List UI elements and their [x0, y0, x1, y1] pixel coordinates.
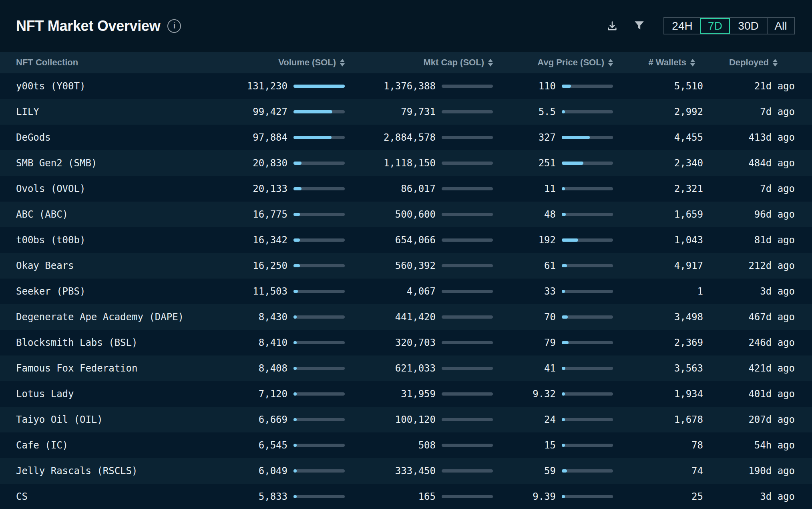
table-row[interactable]: Lotus Lady 7,120 31,959 9.32 1,934 401d …: [0, 381, 812, 407]
wallets-value: 2,321: [613, 183, 703, 194]
table-row[interactable]: Famous Fox Federation 8,408 621,033 41 3…: [0, 355, 812, 381]
table-row[interactable]: Cafe (IC) 6,545 508 15 78 54h ago: [0, 432, 812, 458]
column-header-volume-sol[interactable]: Volume (SOL): [192, 57, 345, 68]
column-header-label: Volume (SOL): [278, 57, 336, 68]
volume-value: 6,545: [259, 440, 287, 451]
volume-cell: 20,830: [192, 158, 345, 169]
volume-bar-fill: [293, 444, 297, 447]
table-row[interactable]: DeGods 97,884 2,884,578 327 4,455 413d a…: [0, 125, 812, 150]
mktcap-value: 1,376,388: [384, 81, 436, 92]
avgprice-bar-fill: [562, 110, 565, 113]
volume-bar: [293, 495, 345, 498]
volume-value: 16,775: [253, 209, 287, 220]
avgprice-bar-fill: [562, 367, 565, 370]
download-button[interactable]: [607, 20, 618, 32]
volume-bar: [293, 341, 345, 344]
mktcap-value: 654,066: [395, 234, 436, 246]
table-row[interactable]: Taiyo Oil (OIL) 6,669 100,120 24 1,678 2…: [0, 407, 812, 432]
volume-cell: 7,120: [192, 388, 345, 400]
time-filter-all[interactable]: All: [767, 18, 794, 34]
table-row[interactable]: t00bs (t00b) 16,342 654,066 192 1,043 81…: [0, 227, 812, 253]
volume-value: 11,503: [253, 286, 287, 297]
mktcap-bar: [442, 315, 493, 319]
table-row[interactable]: CS 5,833 165 9.39 25 3d ago: [0, 484, 812, 509]
column-header-wallets[interactable]: # Wallets: [613, 57, 703, 68]
table-row[interactable]: y00ts (Y00T) 131,230 1,376,388 110 5,510…: [0, 73, 812, 99]
table-row[interactable]: Okay Bears 16,250 560,392 61 4,917 212d …: [0, 253, 812, 279]
mktcap-bar: [442, 85, 493, 88]
wallets-value: 2,369: [613, 337, 703, 348]
time-filter-30d[interactable]: 30D: [730, 18, 767, 34]
wallets-value: 1,934: [613, 388, 703, 400]
time-filter-24h[interactable]: 24H: [664, 18, 700, 34]
volume-bar-fill: [293, 264, 300, 267]
column-header-label: # Wallets: [648, 57, 686, 68]
column-header-avg-price-sol[interactable]: Avg Price (SOL): [493, 57, 613, 68]
table-row[interactable]: LILY 99,427 79,731 5.5 2,992 7d ago: [0, 99, 812, 125]
table-row[interactable]: Jelly Rascals (RSCLS) 6,049 333,450 59 7…: [0, 458, 812, 484]
column-header-mkt-cap-sol[interactable]: Mkt Cap (SOL): [345, 57, 493, 68]
mktcap-cell: 621,033: [345, 363, 493, 374]
deployed-value: 421d ago: [703, 363, 795, 374]
avgprice-bar-fill: [562, 495, 565, 498]
filter-button[interactable]: [634, 20, 645, 31]
mktcap-cell: 4,067: [345, 286, 493, 297]
volume-cell: 5,833: [192, 491, 345, 502]
avgprice-value: 5.5: [539, 106, 556, 117]
table-row[interactable]: ABC (ABC) 16,775 500,600 48 1,659 96d ag…: [0, 202, 812, 227]
table-row[interactable]: Seeker (PBS) 11,503 4,067 33 1 3d ago: [0, 279, 812, 304]
mktcap-value: 500,600: [395, 209, 436, 220]
page-title: NFT Market Overview: [16, 18, 160, 34]
avgprice-cell: 327: [493, 132, 613, 143]
avgprice-bar: [562, 136, 613, 139]
sort-arrows-icon: [488, 59, 493, 67]
wallets-value: 1,043: [613, 234, 703, 246]
avgprice-bar-fill: [562, 136, 590, 139]
avgprice-bar: [562, 213, 613, 216]
table-row[interactable]: Degenerate Ape Academy (DAPE) 8,430 441,…: [0, 304, 812, 330]
volume-value: 16,342: [253, 234, 287, 246]
wallets-value: 25: [613, 491, 703, 502]
volume-value: 97,884: [253, 132, 287, 143]
avgprice-bar-fill: [562, 264, 567, 267]
toolbar: 24H7D30DAll: [607, 17, 795, 34]
volume-bar: [293, 392, 345, 396]
download-icon: [607, 20, 618, 32]
volume-bar: [293, 264, 345, 267]
avgprice-cell: 11: [493, 183, 613, 194]
avgprice-value: 79: [544, 337, 556, 348]
wallets-value: 4,917: [613, 260, 703, 271]
mktcap-bar: [442, 290, 493, 293]
volume-value: 20,830: [253, 158, 287, 169]
avgprice-bar-fill: [562, 444, 565, 447]
mktcap-value: 2,884,578: [384, 132, 436, 143]
avgprice-cell: 5.5: [493, 106, 613, 117]
mktcap-value: 4,067: [407, 286, 436, 297]
avgprice-cell: 48: [493, 209, 613, 220]
collection-name: Ovols (OVOL): [16, 183, 192, 194]
table-row[interactable]: Blocksmith Labs (BSL) 8,410 320,703 79 2…: [0, 330, 812, 355]
avgprice-bar-fill: [562, 213, 566, 216]
mktcap-bar: [442, 418, 493, 421]
mktcap-value: 560,392: [395, 260, 436, 271]
volume-bar-fill: [293, 238, 300, 242]
volume-cell: 16,250: [192, 260, 345, 271]
avgprice-bar-fill: [562, 290, 565, 293]
mktcap-bar: [442, 110, 493, 113]
avgprice-bar-fill: [562, 315, 568, 319]
volume-bar: [293, 213, 345, 216]
volume-bar-fill: [293, 85, 345, 88]
table-row[interactable]: SMB Gen2 (SMB) 20,830 1,118,150 251 2,34…: [0, 150, 812, 176]
volume-cell: 99,427: [192, 106, 345, 117]
time-filter-7d[interactable]: 7D: [700, 18, 730, 34]
volume-value: 8,408: [259, 363, 287, 374]
mktcap-cell: 100,120: [345, 414, 493, 425]
column-header-deployed[interactable]: Deployed: [703, 57, 795, 68]
column-header-label: Deployed: [729, 57, 769, 68]
collection-name: Cafe (IC): [16, 440, 192, 451]
mktcap-value: 320,703: [395, 337, 436, 348]
mktcap-cell: 165: [345, 491, 493, 502]
table-row[interactable]: Ovols (OVOL) 20,133 86,017 11 2,321 7d a…: [0, 176, 812, 202]
wallets-value: 1: [613, 286, 703, 297]
info-icon[interactable]: i: [167, 19, 181, 33]
